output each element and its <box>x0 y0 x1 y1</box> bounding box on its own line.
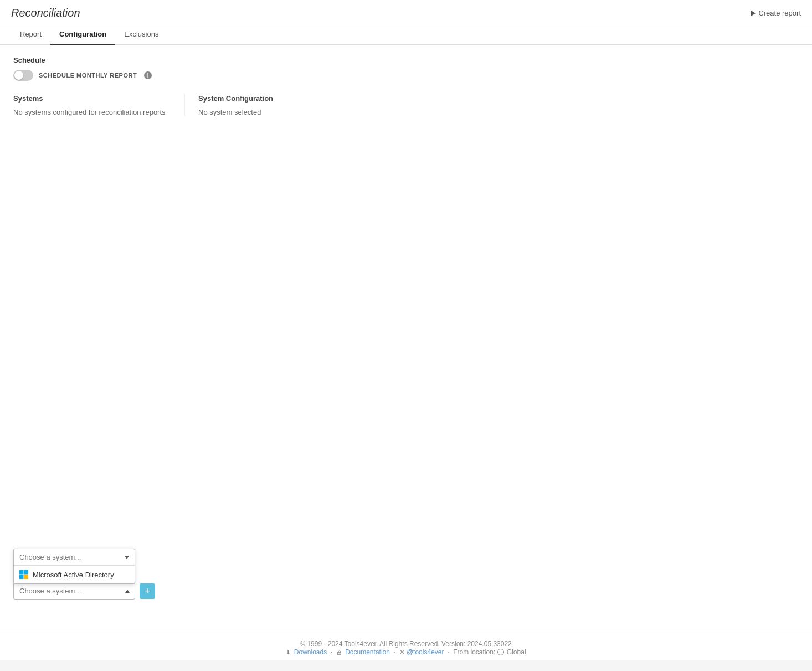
systems-bottom-controls: + <box>13 582 155 600</box>
play-icon <box>751 11 756 16</box>
system-config-column: System Configuration No system selected <box>185 94 799 116</box>
footer-doc-icon: 🖨 <box>336 649 342 655</box>
svg-rect-0 <box>19 570 24 575</box>
choose-system-input[interactable] <box>13 582 135 600</box>
dropdown-input-wrapper <box>14 549 135 566</box>
ad-icon <box>19 570 28 579</box>
footer: © 1999 - 2024 Tools4ever. All Rights Res… <box>0 633 812 660</box>
tab-exclusions[interactable]: Exclusions <box>115 24 167 45</box>
dropdown-option-mad[interactable]: Microsoft Active Directory <box>14 566 135 583</box>
footer-links: ⬇ Downloads · 🖨 Documentation · ✕ @tools… <box>0 648 812 656</box>
toggle-thumb <box>14 71 23 80</box>
system-dropdown-open: Microsoft Active Directory <box>13 549 135 584</box>
tab-report[interactable]: Report <box>11 24 50 45</box>
footer-copyright: © 1999 - 2024 Tools4ever. All Rights Res… <box>0 640 812 648</box>
info-icon: i <box>144 71 152 79</box>
create-report-label: Create report <box>758 9 801 17</box>
schedule-section-title: Schedule <box>13 56 799 64</box>
footer-downloads-link[interactable]: Downloads <box>294 648 327 656</box>
globe-icon <box>497 649 504 655</box>
systems-empty-text: No systems configured for reconciliation… <box>13 108 173 116</box>
toggle-row: SCHEDULE MONTHLY REPORT i <box>13 70 799 81</box>
system-dropdown-wrapper <box>13 582 135 600</box>
add-system-button[interactable]: + <box>140 583 155 599</box>
svg-rect-1 <box>24 570 29 575</box>
system-config-section-title: System Configuration <box>198 94 799 103</box>
footer-location-label: From location: <box>453 648 495 656</box>
systems-column: Systems No systems configured for reconc… <box>13 94 185 116</box>
footer-x-icon: ✕ <box>399 648 405 656</box>
tab-configuration[interactable]: Configuration <box>50 24 115 45</box>
svg-rect-3 <box>24 575 29 580</box>
page-header: Reconciliation Create report <box>0 0 812 24</box>
dropdown-option-mad-label: Microsoft Active Directory <box>33 571 114 579</box>
main-content: Schedule SCHEDULE MONTHLY REPORT i Syste… <box>0 45 812 633</box>
tabs-bar: Report Configuration Exclusions <box>0 24 812 45</box>
create-report-button[interactable]: Create report <box>751 9 801 17</box>
toggle-label: SCHEDULE MONTHLY REPORT <box>39 72 137 79</box>
schedule-toggle[interactable] <box>13 70 33 81</box>
page-title: Reconciliation <box>11 7 80 19</box>
systems-section-title: Systems <box>13 94 173 103</box>
footer-documentation-link[interactable]: Documentation <box>345 648 390 656</box>
dropdown-search-input[interactable] <box>14 549 135 566</box>
two-column-layout: Systems No systems configured for reconc… <box>13 94 799 116</box>
footer-twitter-link[interactable]: @tools4ever <box>407 648 444 656</box>
system-config-empty-text: No system selected <box>198 108 799 116</box>
footer-download-icon: ⬇ <box>286 649 291 656</box>
footer-location-value: Global <box>507 648 526 656</box>
svg-rect-2 <box>19 575 24 580</box>
